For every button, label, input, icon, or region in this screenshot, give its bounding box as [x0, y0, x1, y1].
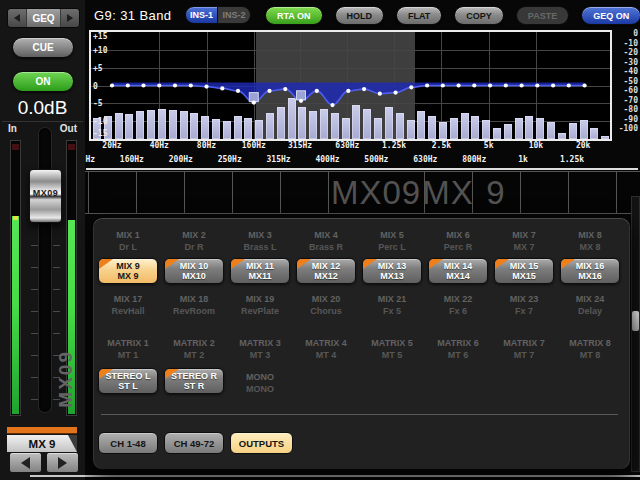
header-buttons: RTA ONHOLDFLATCOPYPASTEGEQ ONMIXER — [265, 6, 640, 25]
eq-band-point[interactable] — [457, 83, 461, 87]
eq-band-point[interactable] — [299, 99, 303, 103]
tab-ins-2[interactable]: INS-2 — [218, 6, 251, 24]
channel-name: Perc R — [444, 242, 473, 252]
channel-name-row: MX09MX9 — [85, 171, 640, 214]
next-effect-button[interactable] — [61, 9, 79, 27]
eq-band-point[interactable] — [535, 83, 539, 87]
eq-band-point[interactable] — [394, 91, 398, 95]
ch-49-72-tab[interactable]: CH 49-72 — [164, 432, 224, 454]
fader-cap[interactable]: MX09 — [29, 169, 62, 223]
scrollbar-thumb[interactable] — [632, 311, 639, 331]
channel-name: MONO — [246, 384, 274, 394]
eq-band-point[interactable] — [220, 86, 224, 90]
geq-main: G9: 31 Band INS-1INS-2 RTA ONHOLDFLATCOP… — [85, 0, 640, 480]
mix-14-button[interactable]: MIX 14MX14 — [428, 258, 488, 284]
mix-10-button[interactable]: MIX 10MX10 — [164, 258, 224, 284]
input-meter — [10, 140, 21, 416]
mix-16-button[interactable]: MIX 16MX16 — [560, 258, 620, 284]
channel-select-popup: MIX 1Dr LMIX 2Dr RMIX 3Brass LMIX 4Brass… — [92, 217, 631, 470]
fader-tick — [31, 355, 38, 356]
meter-in-label: In — [8, 123, 17, 134]
fader-tick — [53, 311, 60, 312]
prev-effect-button[interactable] — [8, 9, 26, 27]
on-button[interactable]: ON — [12, 71, 74, 92]
cell-divider — [184, 172, 185, 213]
fader-strip-divider — [86, 168, 638, 170]
rta-db-tick-label: -60 — [613, 86, 638, 95]
hold-button[interactable]: HOLD — [335, 6, 385, 25]
channel-id: MIX 24 — [576, 294, 605, 304]
eq-band-point[interactable] — [173, 83, 177, 87]
eq-band-point[interactable] — [441, 83, 445, 87]
eq-band-point[interactable] — [236, 89, 240, 93]
eq-band-fader-handle[interactable] — [297, 91, 306, 100]
tab-ins-1[interactable]: INS-1 — [185, 6, 218, 24]
fader-freq-label: 315Hz — [267, 155, 291, 164]
eq-band-point[interactable] — [567, 83, 571, 87]
eq-band-point[interactable] — [283, 87, 287, 91]
eq-band-point[interactable] — [520, 83, 524, 87]
stereo-r-button[interactable]: STEREO RST R — [164, 368, 224, 394]
eq-band-point[interactable] — [583, 83, 587, 87]
fader-tick — [53, 267, 60, 268]
ch-1-48-tab[interactable]: CH 1-48 — [98, 432, 158, 454]
channel-name: MT 5 — [382, 350, 403, 360]
eq-band-point[interactable] — [267, 89, 271, 93]
button-channel-id: MIX 15 — [510, 261, 539, 272]
mix-11-button[interactable]: MIX 11MX11 — [230, 258, 290, 284]
fader-freq-label: 125Hz — [85, 155, 95, 164]
matrix-3-label: MATRIX 3MT 3 — [227, 337, 293, 361]
eq-band-point[interactable] — [409, 85, 413, 89]
button-channel-name: MX 9 — [117, 271, 138, 282]
eq-band-point[interactable] — [378, 92, 382, 96]
eq-band-point[interactable] — [551, 83, 555, 87]
eq-band-point[interactable] — [330, 103, 334, 107]
fader-tick — [53, 289, 60, 290]
right-arrow-icon — [67, 14, 73, 22]
eq-band-point[interactable] — [472, 83, 476, 87]
eq-band-point[interactable] — [204, 85, 208, 89]
eq-band-point[interactable] — [189, 83, 193, 87]
cell-divider — [616, 172, 617, 213]
eq-band-point[interactable] — [362, 87, 366, 91]
eq-band-point[interactable] — [141, 83, 145, 87]
eq-band-fader-handle[interactable] — [249, 93, 258, 102]
eq-band-point[interactable] — [315, 89, 319, 93]
rta-db-tick-label: -100 — [613, 124, 638, 133]
eq-band-point[interactable] — [157, 83, 161, 87]
mix-15-button[interactable]: MIX 15MX15 — [494, 258, 554, 284]
eq-band-point[interactable] — [252, 101, 256, 105]
popup-divider — [101, 414, 618, 415]
copy-button[interactable]: COPY — [454, 6, 504, 25]
channel-id: MONO — [246, 372, 274, 382]
channel-id: MIX 3 — [248, 230, 272, 240]
rta-on-button[interactable]: RTA ON — [265, 6, 323, 25]
geq-graph[interactable]: +15+10+50-5-10-15 — [89, 30, 612, 141]
prev-channel-button[interactable] — [9, 452, 42, 473]
stereo-l-button[interactable]: STEREO LST L — [98, 368, 158, 394]
channel-name: MT 3 — [250, 350, 271, 360]
geq-on-button[interactable]: GEQ ON — [581, 6, 640, 25]
eq-band-point[interactable] — [488, 83, 492, 87]
fader-freq-label: 630Hz — [413, 155, 437, 164]
button-channel-id: MIX 14 — [444, 261, 473, 272]
mix-13-button[interactable]: MIX 13MX13 — [362, 258, 422, 284]
rta-db-tick-label: -70 — [613, 96, 638, 105]
outputs-tab[interactable]: OUTPUTS — [230, 432, 293, 454]
eq-band-point[interactable] — [126, 83, 130, 87]
eq-band-point[interactable] — [504, 83, 508, 87]
cue-button[interactable]: CUE — [12, 37, 74, 58]
mono-label: MONOMONO — [227, 371, 293, 395]
mix-12-button[interactable]: MIX 12MX12 — [296, 258, 356, 284]
button-channel-name: ST R — [184, 381, 205, 392]
mix-9-button[interactable]: MIX 9MX 9 — [98, 258, 158, 284]
eq-band-point[interactable] — [110, 83, 114, 87]
flat-button[interactable]: FLAT — [396, 6, 442, 25]
eq-band-point[interactable] — [425, 83, 429, 87]
button-channel-id: MIX 13 — [378, 261, 407, 272]
next-channel-button[interactable] — [46, 452, 79, 473]
scrollbar-track[interactable] — [631, 196, 640, 472]
channel-name-tag: MX 9 — [7, 435, 77, 452]
fader-tick — [31, 311, 38, 312]
eq-band-point[interactable] — [346, 89, 350, 93]
